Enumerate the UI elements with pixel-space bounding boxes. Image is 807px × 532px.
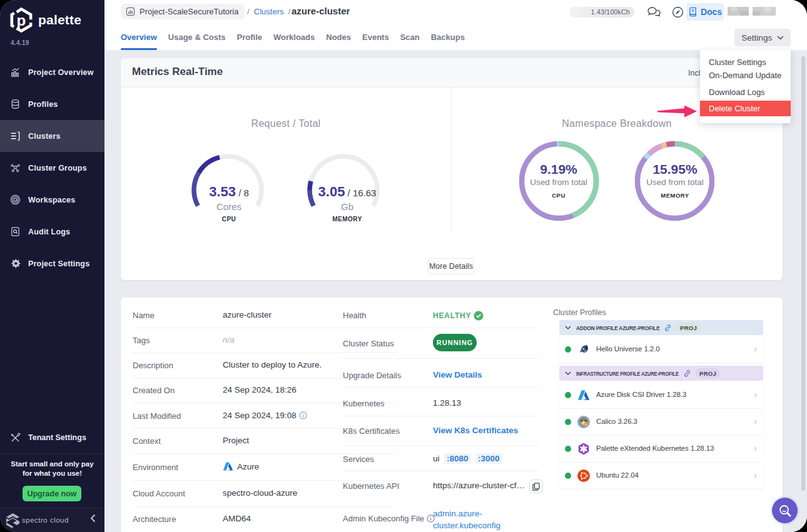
svg-text:p: p [17,12,26,29]
